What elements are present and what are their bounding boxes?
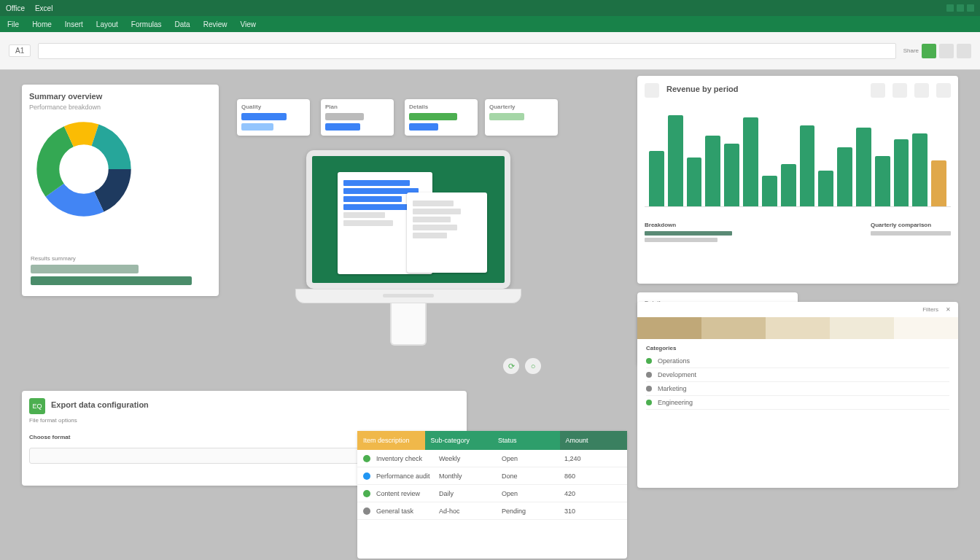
- export-badge-icon: EQ: [29, 398, 45, 414]
- chart-title: Revenue by period: [666, 85, 863, 93]
- cell: 310: [564, 508, 621, 515]
- svg-point-5: [66, 151, 102, 187]
- ribbon: A1 Share: [0, 32, 980, 70]
- tile-label: Plan: [325, 104, 389, 110]
- metric-tile[interactable]: Plan: [321, 99, 394, 136]
- swatch[interactable]: [701, 317, 766, 339]
- sync-icon[interactable]: ○: [525, 358, 541, 374]
- swatch[interactable]: [637, 317, 701, 339]
- table-row[interactable]: General taskAd-hocPending310: [357, 502, 627, 520]
- cell: Daily: [439, 490, 496, 497]
- cell: Open: [502, 490, 559, 497]
- table-row[interactable]: Development: [646, 368, 949, 382]
- bar: [705, 136, 720, 206]
- bar: [762, 176, 777, 206]
- cell: Open: [502, 455, 559, 462]
- chart-refresh-icon[interactable]: [914, 83, 929, 98]
- menu-item[interactable]: File: [7, 20, 19, 28]
- menu-item[interactable]: Data: [175, 20, 190, 28]
- column-header[interactable]: Amount: [560, 431, 628, 450]
- chart-grid-icon[interactable]: [871, 83, 885, 98]
- menu-item[interactable]: Home: [32, 20, 52, 28]
- bar: [724, 144, 739, 206]
- panel-title: Summary overview: [29, 92, 211, 101]
- cell: Performance audit: [376, 472, 433, 480]
- bar: [668, 115, 683, 206]
- app-name: Office: [6, 4, 25, 12]
- cell: General task: [376, 508, 433, 515]
- column-header[interactable]: Sub-category: [425, 431, 493, 450]
- table-row[interactable]: Performance auditMonthlyDone860: [357, 467, 627, 485]
- menu-bar: FileHomeInsertLayoutFormulasDataReviewVi…: [0, 16, 980, 32]
- metric-tile[interactable]: Quarterly: [485, 99, 558, 136]
- tile-label: Quarterly: [489, 104, 553, 110]
- tile-label: Quality: [241, 104, 306, 110]
- row-label: Marketing: [658, 385, 687, 392]
- row-label: Operations: [658, 357, 690, 365]
- chart-panel: Revenue by period Breakdown Quarterly co…: [637, 76, 958, 284]
- cell: Ad-hoc: [439, 508, 496, 515]
- cell: Pending: [502, 508, 559, 515]
- swatch[interactable]: [894, 317, 958, 339]
- filters-label[interactable]: Filters: [922, 306, 938, 313]
- row-label: Development: [658, 371, 696, 378]
- panel-footer-label: Results summary: [31, 255, 210, 262]
- table-row[interactable]: Inventory checkWeeklyOpen1,240: [357, 450, 627, 467]
- bar: [800, 125, 815, 206]
- cell: Done: [502, 472, 559, 480]
- window-controls[interactable]: [946, 4, 974, 12]
- metric-tile[interactable]: Quality: [237, 99, 310, 136]
- ribbon-icon[interactable]: [957, 44, 971, 58]
- menu-item[interactable]: View: [240, 20, 256, 28]
- menu-item[interactable]: Review: [203, 20, 228, 28]
- doc-name: Excel: [35, 4, 52, 12]
- column-header[interactable]: Item description: [357, 431, 425, 450]
- table-row[interactable]: Content reviewDailyOpen420: [357, 485, 627, 502]
- cell: Content review: [376, 490, 433, 497]
- chart-more-icon[interactable]: [936, 83, 951, 98]
- bar: [687, 158, 702, 206]
- category-table-panel: Filters ✕ Categories OperationsDevelopme…: [637, 302, 958, 488]
- pie-chart: [36, 122, 131, 217]
- laptop-window: [407, 192, 487, 273]
- menu-item[interactable]: Layout: [96, 20, 118, 28]
- bar: [837, 147, 852, 206]
- chart-footer-left: Breakdown: [645, 222, 732, 228]
- swatch[interactable]: [830, 317, 894, 339]
- bar: [781, 164, 796, 206]
- cell-reference[interactable]: A1: [9, 44, 31, 57]
- bar: [649, 151, 664, 206]
- summary-panel: Summary overview Performance breakdown R…: [22, 85, 219, 296]
- menu-item[interactable]: Insert: [65, 20, 83, 28]
- cell: Inventory check: [376, 455, 433, 462]
- tile-label: Details: [409, 104, 473, 110]
- cell: 1,240: [564, 455, 621, 462]
- menu-item[interactable]: Formulas: [131, 20, 162, 28]
- bar: [856, 128, 871, 206]
- swatch[interactable]: [766, 317, 830, 339]
- close-icon[interactable]: ✕: [946, 306, 951, 313]
- formula-bar[interactable]: [38, 43, 895, 59]
- chart-type-icon[interactable]: [645, 83, 659, 98]
- chart-footer-right: Quarterly comparison: [871, 222, 951, 228]
- data-table: Item descriptionSub-categoryStatusAmount…: [357, 431, 627, 559]
- table-row[interactable]: Operations: [646, 354, 949, 368]
- refresh-icon[interactable]: ⟳: [503, 358, 519, 374]
- cell: Weekly: [439, 455, 496, 462]
- ribbon-icon[interactable]: [939, 44, 954, 58]
- share-icon[interactable]: [922, 44, 936, 58]
- bar-chart: [645, 105, 951, 207]
- bar: [931, 160, 946, 206]
- metric-tile[interactable]: Details: [405, 99, 478, 136]
- bar: [894, 139, 909, 206]
- export-path-input[interactable]: [29, 448, 406, 464]
- share-label[interactable]: Share: [903, 47, 919, 54]
- table-row[interactable]: Engineering: [646, 396, 949, 410]
- bar: [912, 133, 928, 206]
- export-title: Export data configuration: [51, 400, 149, 409]
- chart-filter-icon[interactable]: [892, 83, 907, 98]
- bar: [818, 171, 833, 206]
- table-row[interactable]: Marketing: [646, 382, 949, 396]
- column-header[interactable]: Status: [492, 431, 560, 450]
- bar: [875, 156, 890, 207]
